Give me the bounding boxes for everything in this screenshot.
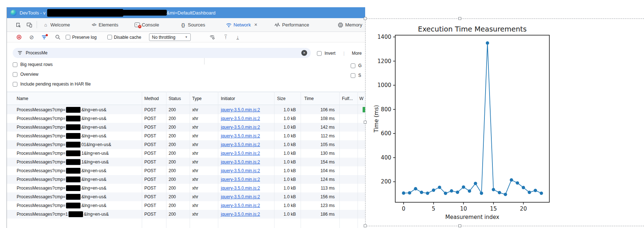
request-name[interactable]: ProcessMessages?cmp=01&lng=en-us&: [17, 140, 111, 149]
initiator-link[interactable]: jquery-3.5.0.min.js:2: [221, 184, 260, 192]
tab-performance-label: Performance: [282, 22, 309, 28]
request-name[interactable]: ProcessMessages?cmp=&lng=en-us&: [17, 166, 106, 175]
request-name[interactable]: ProcessMessages?cmp=&lng=en-us&: [17, 184, 106, 192]
tab-sources[interactable]: {} Sources: [180, 18, 205, 32]
checkbox[interactable]: [13, 82, 17, 87]
more-filters-button[interactable]: More: [352, 51, 362, 56]
request-name[interactable]: ProcessMessages?cmp=1&lng=en-us&: [17, 210, 109, 219]
request-name[interactable]: ProcessMessages?cmp=&lng=en-us&: [17, 175, 106, 184]
table-row[interactable]: ProcessMessages?cmp=01&lng=en-us&POST200…: [7, 140, 365, 149]
invert-filter-checkbox[interactable]: Invert | More: [317, 51, 362, 56]
export-har-button[interactable]: ↓: [236, 32, 239, 42]
table-row[interactable]: ProcessMessages?cmp=&lng=en-us&POST200xh…: [7, 184, 365, 192]
initiator-link[interactable]: jquery-3.5.0.min.js:2: [221, 210, 260, 219]
checkbox[interactable]: [13, 72, 17, 77]
column-header-method[interactable]: Method: [144, 92, 159, 105]
column-divider[interactable]: [190, 92, 190, 228]
toggle-device-toolbar-icon[interactable]: [26, 18, 32, 32]
column-header-initiator[interactable]: Initiator: [221, 92, 235, 105]
throttling-select[interactable]: No throttling ▼: [149, 32, 191, 42]
network-conditions-button[interactable]: [209, 32, 215, 42]
table-row[interactable]: ProcessMessages?cmp=1&lng=en-us&POST200x…: [7, 158, 365, 166]
initiator-link[interactable]: jquery-3.5.0.min.js:2: [221, 114, 260, 123]
request-name[interactable]: ProcessMessages?cmp=&lng=en-us&: [17, 201, 106, 210]
record-network-log-button[interactable]: [17, 32, 21, 42]
table-row[interactable]: ProcessMessages?cmp=&lng=en-us&POST200xh…: [7, 192, 365, 201]
column-header-fulf[interactable]: Fulf...: [342, 92, 353, 105]
initiator-link[interactable]: jquery-3.5.0.min.js:2: [221, 158, 260, 166]
initiator-link[interactable]: jquery-3.5.0.min.js:2: [221, 149, 260, 158]
filter-toggle-button[interactable]: [42, 32, 47, 42]
filter-input[interactable]: ProcessMe ✕: [13, 48, 311, 58]
filter-active-dot: [46, 34, 48, 36]
request-name[interactable]: ProcessMessages?cmp=&lng=en-us&: [17, 132, 106, 140]
table-row[interactable]: ProcessMessages?cmp=1&lng=en-us&POST200x…: [7, 149, 365, 158]
column-divider[interactable]: [301, 92, 301, 228]
column-header-name[interactable]: Name: [17, 92, 28, 105]
table-row[interactable]: ProcessMessages?cmp=&lng=en-us&POST200xh…: [7, 123, 365, 132]
clear-filter-icon[interactable]: ✕: [301, 50, 307, 56]
column-divider[interactable]: [358, 92, 358, 228]
table-row[interactable]: ProcessMessages?cmp=1&lng=en-us&POST200x…: [7, 210, 365, 219]
column-header-type[interactable]: Type: [192, 92, 202, 105]
data-point: [468, 189, 471, 192]
search-button[interactable]: [55, 32, 61, 42]
request-name[interactable]: ProcessMessages?cmp=1&lng=en-us&: [17, 149, 109, 158]
tab-network[interactable]: Network ✕: [226, 18, 257, 32]
initiator-link[interactable]: jquery-3.5.0.min.js:2: [221, 166, 260, 175]
table-row[interactable]: ProcessMessages?cmp=&lng=en-us&POST200xh…: [7, 175, 365, 184]
column-header-status[interactable]: Status: [169, 92, 181, 105]
disable-cache-checkbox[interactable]: Disable cache: [107, 32, 141, 42]
request-name[interactable]: ProcessMessages?cmp=&lng=en-us&: [17, 114, 106, 123]
request-name[interactable]: ProcessMessages?cmp=&lng=en-us&: [17, 192, 106, 201]
request-name[interactable]: ProcessMessages?cmp=&lng=en-us&: [17, 123, 106, 132]
column-divider[interactable]: [339, 92, 340, 228]
column-divider[interactable]: [218, 92, 218, 228]
table-row[interactable]: ProcessMessages?cmp=&lng=en-us&POST200xh…: [7, 166, 365, 175]
initiator-link[interactable]: jquery-3.5.0.min.js:2: [221, 201, 260, 210]
overview-checkbox[interactable]: Overview: [13, 72, 38, 77]
close-network-tab-icon[interactable]: ✕: [254, 22, 257, 27]
initiator-link[interactable]: jquery-3.5.0.min.js:2: [221, 192, 260, 201]
column-header-w[interactable]: W: [359, 92, 363, 105]
redacted-param: [66, 185, 80, 191]
table-row[interactable]: ProcessMessages?cmp=&lng=en-us&POST200xh…: [7, 132, 365, 140]
include-pending-har-checkbox[interactable]: Include pending requests in HAR file: [13, 82, 91, 87]
column-divider[interactable]: [142, 92, 142, 228]
initiator-link[interactable]: jquery-3.5.0.min.js:2: [221, 123, 260, 132]
checkbox[interactable]: [13, 62, 17, 67]
table-row[interactable]: ProcessMessages?cmp=&lng=en-us&POST200xh…: [7, 114, 365, 123]
column-divider[interactable]: [166, 92, 166, 228]
tab-elements[interactable]: </> Elements: [91, 18, 118, 32]
tab-console[interactable]: >_ ✕ Console: [135, 18, 159, 32]
preserve-log-checkbox[interactable]: Preserve log: [66, 32, 96, 42]
x-tick-label: 15: [490, 206, 497, 212]
table-row[interactable]: ProcessMessages?cmp=&lng=en-us&POST200xh…: [7, 201, 365, 210]
devtools-window: DevTools - v &mi=DefaultDashboard ⌂ Welc…: [7, 7, 365, 228]
request-name[interactable]: ProcessMessages?cmp=1&lng=en-us&: [17, 158, 109, 166]
checkbox[interactable]: [317, 51, 322, 56]
column-header-size[interactable]: Size: [277, 92, 285, 105]
checkbox[interactable]: [66, 35, 70, 40]
initiator-link[interactable]: jquery-3.5.0.min.js:2: [221, 132, 260, 140]
inspect-element-icon[interactable]: [16, 18, 21, 32]
table-row[interactable]: ProcessMessages?cmp=&lng=en-us&POST200xh…: [7, 105, 365, 114]
import-har-button[interactable]: ↑: [224, 32, 227, 42]
checkbox[interactable]: [351, 73, 355, 78]
request-name[interactable]: ProcessMessages?cmp=&lng=en-us&: [17, 105, 106, 114]
tab-memory[interactable]: Memory: [338, 18, 362, 32]
tab-performance[interactable]: Performance: [274, 18, 309, 32]
tab-welcome[interactable]: ⌂ Welcome: [43, 18, 70, 32]
initiator-link[interactable]: jquery-3.5.0.min.js:2: [221, 105, 260, 114]
clear-network-log-button[interactable]: ⊘: [29, 32, 34, 42]
include-pending-label: Include pending requests in HAR file: [20, 82, 91, 87]
initiator-link[interactable]: jquery-3.5.0.min.js:2: [221, 175, 260, 184]
column-divider[interactable]: [274, 92, 274, 228]
big-request-rows-checkbox[interactable]: Big request rows: [13, 62, 53, 67]
checkbox[interactable]: [351, 63, 355, 68]
checkbox[interactable]: [107, 35, 112, 40]
column-header-time[interactable]: Time: [304, 92, 314, 105]
initiator-link[interactable]: jquery-3.5.0.min.js:2: [221, 140, 260, 149]
group-checkbox-truncated[interactable]: G: [351, 63, 362, 68]
screenshots-checkbox-truncated[interactable]: S: [351, 73, 361, 78]
